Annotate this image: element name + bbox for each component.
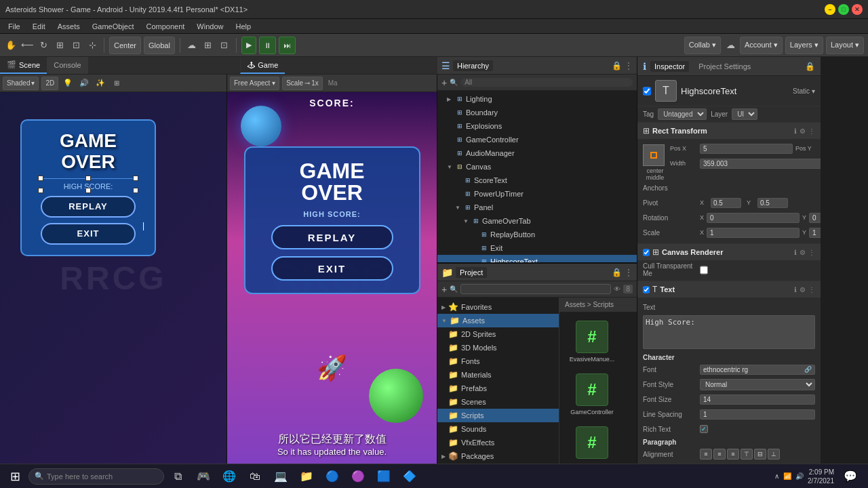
font-size-input[interactable] bbox=[700, 394, 815, 405]
menu-help[interactable]: Help bbox=[230, 21, 256, 32]
text-info-icon[interactable]: ℹ bbox=[794, 286, 797, 293]
folder-vfx[interactable]: 📁 VfxEffects bbox=[437, 436, 559, 449]
rect-anchor-visual[interactable] bbox=[643, 144, 665, 166]
tree-audiomanager[interactable]: ⊞ AudioManager bbox=[437, 146, 637, 160]
rot-x-input[interactable] bbox=[707, 213, 800, 223]
folder-assets[interactable]: ▼ 📁 Assets bbox=[437, 314, 559, 327]
active-toggle[interactable] bbox=[643, 87, 651, 96]
folder-prefabs[interactable]: 📁 Prefabs bbox=[437, 382, 559, 395]
hand-tool[interactable]: ✋ bbox=[4, 39, 18, 52]
rotate-tool[interactable]: ↻ bbox=[37, 39, 50, 52]
rect-transform-header[interactable]: ⊞ Rect Transform ℹ ⚙ ⋮ bbox=[637, 123, 821, 139]
tree-replaybutton[interactable]: ⊞ ReplayButton bbox=[437, 228, 637, 241]
collab-button[interactable]: Collab ▾ bbox=[684, 37, 721, 54]
audio-toggle[interactable]: 🔊 bbox=[77, 77, 91, 90]
transform-tool[interactable]: ⊹ bbox=[85, 39, 99, 52]
taskbar-app1[interactable]: 🟣 bbox=[346, 467, 370, 486]
add-hierarchy-icon[interactable]: + bbox=[441, 77, 447, 88]
rt-settings[interactable]: ℹ ⚙ ⋮ bbox=[794, 127, 815, 135]
project-eye-icon[interactable]: 👁 bbox=[614, 285, 620, 293]
maximize-button[interactable]: □ bbox=[838, 4, 849, 15]
tree-poweruptimer[interactable]: ⊞ PowerUpTimer bbox=[437, 187, 637, 201]
menu-assets[interactable]: Assets bbox=[52, 21, 85, 32]
pivot-y-input[interactable] bbox=[757, 198, 788, 208]
toggle2[interactable]: ⊞ bbox=[201, 39, 215, 52]
tag-select[interactable]: Untagged bbox=[658, 108, 707, 120]
tree-explosions[interactable]: ⊞ Explosions bbox=[437, 119, 637, 133]
line-spacing-input[interactable] bbox=[700, 409, 815, 420]
play-button[interactable]: ▶ bbox=[241, 37, 256, 54]
menu-component[interactable]: Component bbox=[140, 21, 190, 32]
text-header[interactable]: T Text ℹ ⚙ ⋮ bbox=[637, 281, 821, 298]
align-right-btn[interactable]: ≡ bbox=[727, 449, 739, 460]
move-tool[interactable]: ⟵ bbox=[20, 39, 34, 52]
taskbar-edge[interactable]: 🌐 bbox=[217, 467, 241, 486]
menu-gameobject[interactable]: GameObject bbox=[87, 21, 140, 32]
align-center-btn[interactable]: ≡ bbox=[713, 449, 726, 460]
tree-canvas[interactable]: ▼ ⊟ Canvas bbox=[437, 160, 637, 174]
folder-packages[interactable]: ▶ 📦 Packages bbox=[437, 449, 559, 463]
cloud-icon[interactable]: ☁ bbox=[724, 39, 737, 52]
tree-panel[interactable]: ▼ ⊞ Panel bbox=[437, 201, 637, 214]
handle-br[interactable] bbox=[133, 188, 138, 193]
folder-scripts[interactable]: 📁 Scripts bbox=[437, 409, 559, 422]
folder-materials[interactable]: 📁 Materials bbox=[437, 368, 559, 382]
rt-gear-icon[interactable]: ⚙ bbox=[800, 127, 806, 135]
object-name[interactable]: HighscoreText bbox=[681, 86, 736, 96]
handle-bm[interactable] bbox=[85, 188, 91, 193]
taskbar-unity[interactable]: 🎮 bbox=[191, 467, 216, 486]
tab-game[interactable]: 🕹 Game bbox=[240, 57, 285, 74]
layers-button[interactable]: Layers ▾ bbox=[785, 37, 823, 54]
toggle1[interactable]: ☁ bbox=[185, 39, 199, 52]
tree-exit[interactable]: ⊞ Exit bbox=[437, 241, 637, 255]
asset-gamecontroller[interactable]: GameController bbox=[565, 371, 619, 418]
rot-y-input[interactable] bbox=[809, 213, 821, 223]
lighting-toggle[interactable]: 💡 bbox=[61, 77, 75, 90]
taskbar-app3[interactable]: 🔷 bbox=[397, 467, 422, 486]
close-button[interactable]: ✕ bbox=[852, 4, 863, 15]
align-left-btn[interactable]: ≡ bbox=[700, 449, 712, 460]
taskbar-search[interactable]: 🔍 Type here to search bbox=[28, 468, 164, 485]
project-add-icon[interactable]: + bbox=[441, 284, 447, 295]
game-replay-btn[interactable]: REPLAY bbox=[271, 225, 393, 249]
pivot-x-input[interactable] bbox=[711, 198, 741, 208]
cr-gear-icon[interactable]: ⚙ bbox=[800, 249, 806, 256]
static-toggle[interactable]: Static▾ bbox=[793, 87, 815, 95]
project-search-input[interactable] bbox=[460, 284, 611, 294]
hierarchy-search-all[interactable]: All bbox=[460, 78, 633, 87]
align-mid-btn[interactable]: ⊟ bbox=[754, 449, 766, 460]
taskbar-notif[interactable]: 💬 bbox=[838, 467, 863, 486]
layout-button[interactable]: Layout ▾ bbox=[826, 37, 864, 54]
cull-checkbox[interactable] bbox=[700, 266, 708, 274]
rich-text-checkbox[interactable] bbox=[700, 425, 708, 433]
scale-tool[interactable]: ⊞ bbox=[53, 39, 66, 52]
folder-sounds[interactable]: 📁 Sounds bbox=[437, 422, 559, 436]
rt-info-icon[interactable]: ℹ bbox=[794, 127, 797, 135]
menu-window[interactable]: Window bbox=[191, 21, 229, 32]
center-button[interactable]: Center bbox=[109, 37, 141, 54]
game-content[interactable]: RRCG SCORE: GAMEOVER HIGH SCORE: REPLAY … bbox=[227, 92, 437, 464]
minimize-button[interactable]: – bbox=[825, 4, 835, 15]
aspect-dropdown[interactable]: Free Aspect ▾ bbox=[230, 77, 279, 90]
inspector-controls[interactable]: 🔒 bbox=[805, 62, 815, 71]
scale-control[interactable]: Scale ⊸ 1x bbox=[282, 77, 323, 90]
text-more-icon[interactable]: ⋮ bbox=[808, 286, 815, 293]
folder-3dmodels[interactable]: 📁 3D Models bbox=[437, 341, 559, 354]
toggle3[interactable]: ⊡ bbox=[218, 39, 231, 52]
cr-toggle[interactable] bbox=[643, 248, 650, 257]
scale-x-input[interactable] bbox=[707, 228, 800, 238]
taskbar-code[interactable]: 💻 bbox=[269, 467, 293, 486]
start-button[interactable]: ⊞ bbox=[3, 467, 27, 486]
tree-gamecontroller[interactable]: ⊞ GameController bbox=[437, 133, 637, 146]
folder-2dsprites[interactable]: 📁 2D Sprites bbox=[437, 327, 559, 341]
step-button[interactable]: ⏭ bbox=[279, 37, 296, 54]
game-exit-btn[interactable]: EXIT bbox=[271, 256, 393, 281]
menu-edit[interactable]: Edit bbox=[27, 21, 51, 32]
inspector-lock-icon[interactable]: 🔒 bbox=[805, 62, 815, 71]
taskview-button[interactable]: ⧉ bbox=[165, 467, 190, 486]
tab-console[interactable]: Console bbox=[47, 57, 87, 74]
hierarchy-controls[interactable]: 🔒 ⋮ bbox=[612, 61, 633, 70]
font-value[interactable]: ethnocentric rg 🔗 bbox=[700, 365, 815, 375]
tab-scene[interactable]: 🎬 Scene bbox=[0, 57, 47, 74]
scale-y-input[interactable] bbox=[809, 228, 821, 238]
